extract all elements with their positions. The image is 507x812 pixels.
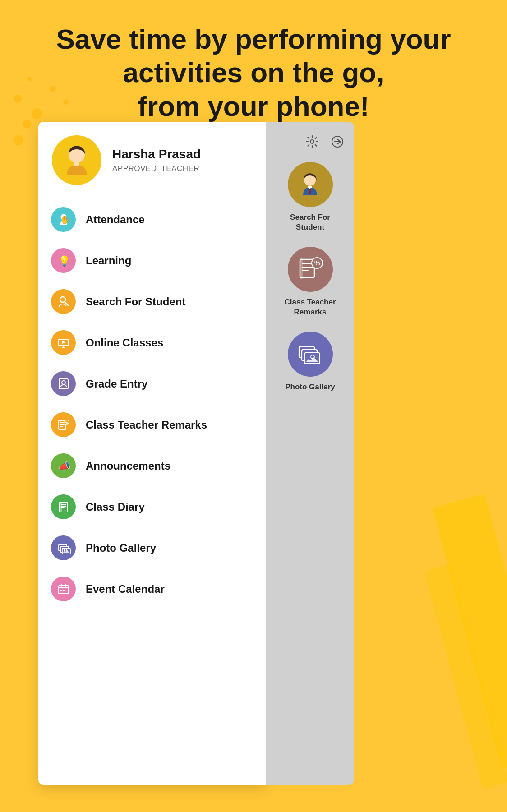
online-classes-icon-circle — [51, 330, 76, 355]
right-teacher-icon — [295, 170, 325, 199]
menu-item-online-classes[interactable]: Online Classes — [38, 322, 266, 363]
learning-label: Learning — [86, 254, 131, 267]
announcements-icon-circle: 📣 — [51, 453, 76, 478]
right-gallery-label: Photo Gallery — [285, 382, 335, 392]
right-remarks-circle: % — [288, 247, 333, 292]
photo-gallery-icon — [56, 541, 71, 555]
profile-info: Harsha Prasad APPROVED_TEACHER — [112, 147, 201, 173]
learning-icon-circle: 💡 — [51, 248, 76, 273]
svg-rect-13 — [60, 502, 62, 512]
menu-item-photo-gallery[interactable]: Photo Gallery — [38, 527, 266, 568]
attendance-label: Attendance — [86, 213, 145, 226]
svg-text:✋: ✋ — [60, 215, 70, 225]
menu-list: ✋ Attendance 💡 Learning — [38, 194, 266, 614]
search-student-label: Search For Student — [86, 295, 185, 308]
event-calendar-icon-circle — [51, 577, 76, 601]
right-item-teacher[interactable]: Search ForStudent — [266, 155, 354, 240]
attendance-icon: ✋ — [56, 212, 71, 227]
menu-item-search-student[interactable]: Search For Student — [38, 281, 266, 322]
right-top-icons — [266, 129, 354, 155]
menu-item-class-teacher-remarks[interactable]: % Class Teacher Remarks — [38, 404, 266, 445]
class-diary-label: Class Diary — [86, 501, 145, 513]
right-teacher-circle — [288, 162, 333, 207]
svg-text:📣: 📣 — [58, 460, 71, 472]
photo-gallery-label: Photo Gallery — [86, 542, 156, 554]
svg-rect-24 — [308, 186, 312, 188]
menu-item-grade-entry[interactable]: Grade Entry — [38, 363, 266, 404]
logout-icon — [331, 135, 344, 148]
menu-item-announcements[interactable]: 📣 Announcements — [38, 445, 266, 486]
avatar-svg — [58, 141, 96, 180]
right-item-gallery[interactable]: Photo Gallery — [266, 324, 354, 399]
announcements-icon: 📣 — [56, 459, 71, 473]
right-panel: Search ForStudent % Class TeacherRemarks — [266, 122, 354, 785]
svg-text:💡: 💡 — [58, 255, 71, 267]
learning-icon: 💡 — [56, 254, 71, 268]
event-calendar-label: Event Calendar — [86, 583, 165, 595]
logout-button[interactable] — [329, 133, 346, 150]
grade-entry-label: Grade Entry — [86, 378, 147, 390]
grade-entry-icon — [56, 377, 71, 391]
svg-rect-1 — [74, 161, 79, 166]
svg-text:%: % — [314, 259, 320, 267]
svg-point-7 — [62, 381, 65, 384]
profile-role: APPROVED_TEACHER — [112, 164, 201, 173]
settings-icon — [305, 135, 319, 148]
online-classes-label: Online Classes — [86, 337, 163, 349]
photo-gallery-icon-circle — [51, 535, 76, 560]
announcements-label: Announcements — [86, 460, 171, 472]
header-title: Save time by performing your activities … — [18, 23, 489, 123]
svg-rect-26 — [300, 258, 303, 279]
menu-item-attendance[interactable]: ✋ Attendance — [38, 199, 266, 240]
search-student-icon-circle — [51, 289, 76, 314]
right-teacher-label: Search ForStudent — [290, 212, 330, 232]
class-diary-icon — [56, 500, 71, 514]
left-panel: Harsha Prasad APPROVED_TEACHER ✋ Attenda… — [38, 122, 266, 785]
attendance-icon-circle: ✋ — [51, 207, 76, 232]
menu-item-event-calendar[interactable]: Event Calendar — [38, 568, 266, 609]
class-diary-icon-circle — [51, 494, 76, 519]
main-ui-area: Harsha Prasad APPROVED_TEACHER ✋ Attenda… — [38, 122, 354, 785]
right-gallery-circle — [288, 332, 333, 377]
menu-item-class-diary[interactable]: Class Diary — [38, 486, 266, 527]
class-teacher-remarks-icon-circle: % — [51, 412, 76, 437]
profile-section: Harsha Prasad APPROVED_TEACHER — [38, 122, 266, 194]
svg-rect-20 — [63, 590, 65, 591]
search-student-icon — [56, 295, 71, 309]
right-remarks-icon: % — [295, 255, 325, 284]
right-gallery-icon — [295, 340, 325, 369]
grade-entry-icon-circle — [51, 371, 76, 396]
class-teacher-remarks-label: Class Teacher Remarks — [86, 419, 207, 431]
svg-text:%: % — [65, 421, 69, 425]
svg-point-21 — [310, 140, 314, 143]
header-section: Save time by performing your activities … — [0, 14, 507, 132]
menu-item-learning[interactable]: 💡 Learning — [38, 240, 266, 281]
avatar — [52, 135, 101, 185]
svg-rect-19 — [60, 590, 62, 591]
right-remarks-label: Class TeacherRemarks — [284, 297, 336, 317]
settings-button[interactable] — [304, 133, 321, 150]
online-classes-icon — [56, 336, 71, 350]
right-item-remarks[interactable]: % Class TeacherRemarks — [266, 240, 354, 324]
profile-name: Harsha Prasad — [112, 147, 201, 161]
class-teacher-remarks-icon: % — [56, 418, 71, 432]
event-calendar-icon — [56, 582, 71, 596]
